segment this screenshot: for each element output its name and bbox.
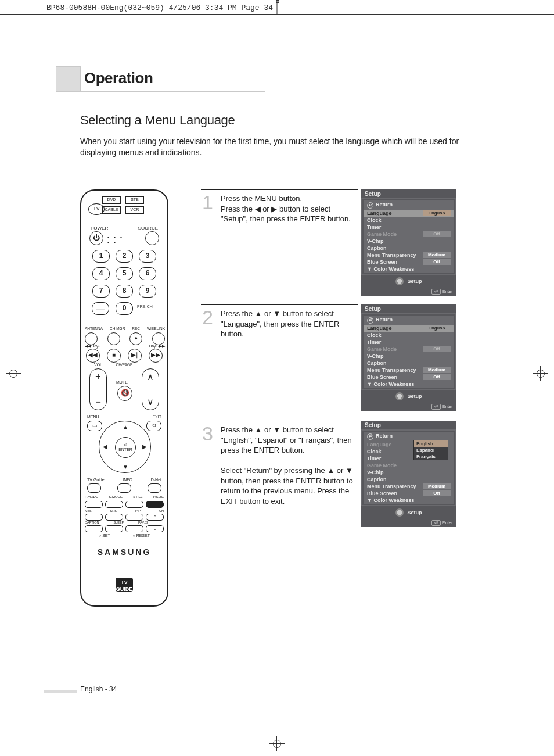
osd-more: ▼ Color Weakness [364, 381, 454, 388]
registration-mark-top [277, 0, 278, 14]
num-4: 4 [92, 267, 110, 280]
osd-item-bluescreen: Blue ScreenOff [364, 490, 454, 497]
remote-illustration: TV DVD STB CABLE VCR POWER SOURCE ⏻ ∘ ∘ … [80, 189, 168, 607]
num-5: 5 [116, 267, 133, 280]
exit-button: ⟲ [146, 421, 161, 431]
top-rule [0, 14, 554, 15]
osd-item-gamemode: Game Mode [364, 462, 454, 469]
ch-down-button: ⌄ [146, 525, 164, 532]
pip-label: PIP [135, 509, 141, 513]
down-arrow: ▼ [123, 464, 128, 470]
power-label: POWER [91, 225, 108, 231]
set-label: ○ SET [99, 533, 110, 538]
stop-button: ■ [107, 349, 121, 363]
osd-item-menutrans: Menu TransparencyMedium [364, 367, 454, 374]
info-button [117, 483, 131, 493]
dayplus-label: Day+/▶▶ [149, 344, 165, 349]
menu-button: ▭ [87, 421, 102, 431]
antenna-label: ANTENNA [85, 327, 103, 331]
power-button: ⏻ [89, 231, 103, 245]
step-3-text: Press the ▲ or ▼ button to select "Engli… [221, 425, 358, 506]
source-label: SOURCE [138, 225, 158, 231]
step-3: 3 Press the ▲ or ▼ button to select "Eng… [201, 421, 358, 506]
dayminus-label: ◀◀/Day- [85, 344, 100, 349]
osd-footer: Setup [361, 275, 456, 288]
num-8: 8 [116, 285, 133, 298]
right-arrow: ▶ [142, 443, 147, 450]
osd-enter-hint: ⏎Enter [361, 288, 456, 296]
osd-item-vchip: V-Chip [364, 469, 454, 476]
osd-item-language: LanguageEnglish [364, 325, 454, 332]
tvguide-logo: TV GUIDE [116, 578, 133, 592]
still-button [125, 501, 143, 508]
osd-screenshot-2: Setup ⏎Return LanguageEnglish Clock Time… [361, 304, 456, 411]
step-1: 1 Press the MENU button. Press the ◀ or … [201, 189, 358, 224]
vcr-button: VCR [125, 206, 144, 214]
up-arrow: ▲ [123, 424, 128, 430]
gear-icon [395, 508, 404, 517]
osd-enter-hint: ⏎Enter [361, 403, 456, 411]
cable-button: CABLE [102, 206, 121, 214]
caption-button [85, 525, 103, 532]
rewind-button: ◀◀ [86, 349, 100, 363]
dpad: ▲ ▼ ◀ ▶ ⏎ ENTER [99, 421, 151, 473]
page-number: English - 34 [80, 685, 117, 693]
pip-button [125, 514, 143, 521]
vol-label: VOL [94, 363, 102, 367]
top-rule-right [512, 0, 512, 14]
dropdown-english: English [414, 440, 448, 447]
step-2-text: Press the ▲ or ▼ button to select "Langu… [221, 309, 358, 339]
num-9: 9 [139, 285, 156, 298]
language-dropdown: English Español Français [413, 440, 448, 460]
menu-label: MENU [87, 415, 99, 419]
osd-item-bluescreen: Blue ScreenOff [364, 259, 454, 266]
chmgr-label: CH MGR [110, 327, 125, 331]
mts-button [85, 514, 103, 521]
step-1-number: 1 [202, 191, 213, 214]
smode-button [105, 501, 123, 508]
tvguide-button [87, 483, 101, 493]
sleep-button [105, 525, 123, 532]
osd-return: ↩Return [364, 200, 454, 210]
dnet-button [148, 483, 161, 493]
mute-label: MUTE [116, 380, 128, 384]
prech-label: PRE-CH [137, 304, 153, 309]
step-3-number: 3 [202, 422, 213, 445]
osd-footer: Setup [361, 506, 456, 519]
intro-paragraph: When you start using your television for… [80, 136, 463, 158]
smode-label: S.MODE [109, 495, 123, 499]
registration-mark-right [533, 366, 548, 381]
stb-button: STB [125, 196, 144, 204]
gear-icon [395, 277, 404, 285]
volume-rocker: +− [89, 368, 107, 410]
osd-item-menutrans: Menu TransparencyMedium [364, 483, 454, 490]
osd-item-caption: Caption [364, 360, 454, 367]
mts-label: MTS [85, 509, 92, 513]
osd-title: Setup [361, 189, 456, 198]
osd-item-gamemode: Game ModeOff [364, 231, 454, 238]
osd-return: ⏎Return [364, 316, 454, 325]
registration-mark-bottom [269, 736, 285, 751]
caption-label: CAPTION [85, 521, 99, 524]
source-button [145, 231, 159, 245]
osd-footer: Setup [361, 390, 456, 403]
osd-item-language: LanguageEnglish [364, 210, 454, 217]
srs-label: SRS [110, 509, 117, 513]
osd-item-timer: Timer [364, 224, 454, 231]
tvguide-label: TV Guide [87, 478, 105, 482]
rec-button: ● [129, 332, 142, 345]
ch-label: CH [159, 509, 164, 513]
wiselink-button [152, 332, 165, 345]
osd-item-clock: Clock [364, 217, 454, 224]
left-arrow: ◀ [103, 443, 107, 450]
enter-button: ⏎ ENTER [115, 437, 136, 458]
footer-bar [44, 690, 77, 693]
page-subtitle: Selecting a Menu Language [80, 113, 235, 128]
play-pause-button: ▶∥ [128, 349, 142, 363]
num-2: 2 [116, 250, 133, 263]
psize-button [146, 501, 164, 508]
psize-label: P.SIZE [153, 495, 164, 499]
rec-label: REC [132, 327, 140, 331]
osd-title: Setup [361, 304, 456, 313]
num-7: 7 [92, 285, 110, 298]
